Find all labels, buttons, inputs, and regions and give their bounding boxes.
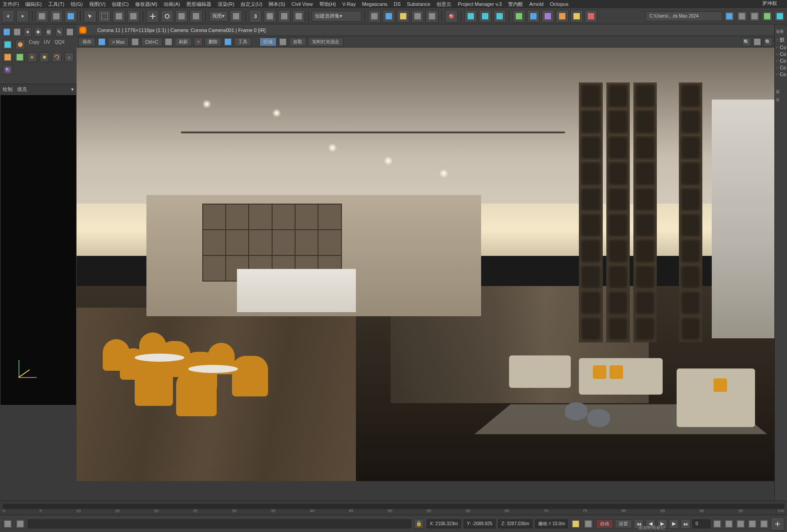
percent-snap-toggle[interactable] [278,10,291,23]
lt-layers[interactable] [3,27,10,37]
menu-megascans[interactable]: Megascans [362,1,387,7]
rt-zoom-out[interactable]: 🔍 [764,37,773,46]
menu-help[interactable]: 帮助(H) [319,1,336,8]
angle-snap-toggle[interactable] [264,10,276,23]
setkey-button[interactable]: 设置 [615,519,632,528]
schematic-button[interactable] [426,10,438,23]
time-tag-label[interactable]: 添加时间标记 [638,525,665,531]
rp-item-4[interactable]: Co [776,65,786,70]
rt-tools-ic[interactable] [223,37,232,46]
rt-copy-ic[interactable] [131,37,140,46]
rt-zoom-fit[interactable] [753,37,762,46]
project-path[interactable]: C:\Users\…ds Max 2024 [646,11,722,21]
rt-zoom-in[interactable]: 🔍 [742,37,751,46]
coord-y[interactable]: Y: -2089.825 [464,519,496,528]
plugin-btn-4[interactable] [556,10,569,23]
redo-button[interactable] [16,10,29,23]
rp-item-2[interactable]: Co [776,51,786,57]
render-view[interactable] [77,48,774,481]
pivot-button[interactable] [230,10,242,23]
menu-modifiers[interactable]: 修改器(M) [135,1,158,8]
lt-settings[interactable]: ⚙ [45,27,53,37]
rp-item-3[interactable]: Co [776,58,786,64]
rt-realtime-mix[interactable]: 实时灯光混合 [308,37,343,46]
play-end-button[interactable]: ⏭ [681,519,691,529]
menu-render[interactable]: 渲染(R) [218,1,234,8]
menu-ds[interactable]: DS [394,1,400,7]
plugin-btn-6[interactable] [585,10,597,23]
plugin-btn-2[interactable] [527,10,540,23]
link-button[interactable] [36,10,48,23]
draw-label[interactable]: 绘制 [3,86,13,93]
rt-pick-ic[interactable] [278,37,287,46]
rt-pick[interactable]: 拾取 [289,37,306,46]
workspace-btn-5[interactable] [774,11,785,22]
lt-sun[interactable]: ☼ [64,52,74,62]
rp-item-5[interactable]: Co [776,72,786,77]
lt-plane[interactable] [15,52,24,62]
lt-move[interactable]: ✦ [24,27,32,37]
rp-item-0[interactable]: 默 [776,36,786,43]
selection-lock-button[interactable] [583,519,593,529]
rt-max[interactable]: > Max [108,37,129,46]
frame-field[interactable]: 0 [692,519,710,528]
rt-region[interactable]: 区域 [259,37,277,46]
menu-customize[interactable]: 自定义(U) [241,1,262,8]
workspace-btn-1[interactable] [724,11,735,22]
rt-save-as[interactable] [97,37,106,46]
spinner-snap-toggle[interactable] [292,10,305,23]
status-prompt[interactable] [28,519,411,528]
mirror-button[interactable] [368,10,381,23]
menu-arnold[interactable]: Arnold [529,1,544,7]
rotate-button[interactable] [161,10,173,23]
menu-tools[interactable]: 工具(T) [48,1,64,8]
isolate-button[interactable] [571,519,581,529]
bind-button[interactable] [64,10,77,23]
rp-item-1[interactable]: Co [776,45,786,50]
unlink-button[interactable] [50,10,63,23]
menu-animation[interactable]: 动画(A) [164,1,180,8]
menu-grapheditors[interactable]: 图形编辑器 [187,1,211,8]
rt-tools[interactable]: 工具 [234,37,251,46]
workspace-btn-4[interactable] [762,11,773,22]
viewport-left[interactable] [0,95,77,405]
menu-cloud[interactable]: 创意云 [437,1,451,8]
align-button[interactable] [382,10,395,23]
lt-brush[interactable]: ✎ [55,27,63,37]
select-filter-button[interactable] [127,10,140,23]
lt-cube[interactable] [3,40,13,50]
snap-toggle[interactable]: 3 [249,10,262,23]
plugin-btn-5[interactable] [570,10,583,23]
select-button[interactable] [84,10,96,23]
menu-projectmanager[interactable]: Project Manager v.3 [458,1,502,7]
coord-x[interactable]: X: 2106.323m [427,519,461,528]
lt-light[interactable]: ☀ [27,52,37,62]
select-rect-button[interactable] [98,10,111,23]
plugin-btn-1[interactable] [513,10,525,23]
lt-add[interactable]: ✚ [34,27,42,37]
curve-editor-button[interactable] [411,10,424,23]
render-window-titlebar[interactable]: Corona 11 | 1776×1110px (1:1) | Camera: … [77,24,774,36]
rt-delete[interactable]: 删除 [205,37,222,46]
menu-civilview[interactable]: Civil View [291,1,313,7]
workspace-btn-2[interactable] [737,11,747,22]
menu-substance[interactable]: Substance [407,1,430,7]
rt-close[interactable]: ✕ [194,37,203,46]
selset-dropdown[interactable]: 创建选择集 ▾ [312,11,361,22]
move-button[interactable] [146,10,159,23]
refcoord-dropdown[interactable]: 视图 ▾ [209,11,228,22]
menu-script[interactable]: 脚本(S) [268,1,285,8]
autokey-button[interactable]: 自动 [596,519,613,528]
rt-history[interactable] [164,37,173,46]
fill-label[interactable]: 填充 [17,86,27,93]
render-frame-button[interactable] [479,10,491,23]
menu-vray[interactable]: V-Ray [342,1,356,7]
placement-button[interactable] [190,10,202,23]
workspace-btn-3[interactable] [749,11,760,22]
nav-fov-button[interactable] [759,519,769,529]
lt-sphere[interactable] [15,40,25,50]
lock-button[interactable]: 🔒 [414,519,424,529]
undo-button[interactable] [2,10,14,23]
nav-orbit-button[interactable] [736,519,746,529]
nav-zoom-button[interactable] [747,519,757,529]
